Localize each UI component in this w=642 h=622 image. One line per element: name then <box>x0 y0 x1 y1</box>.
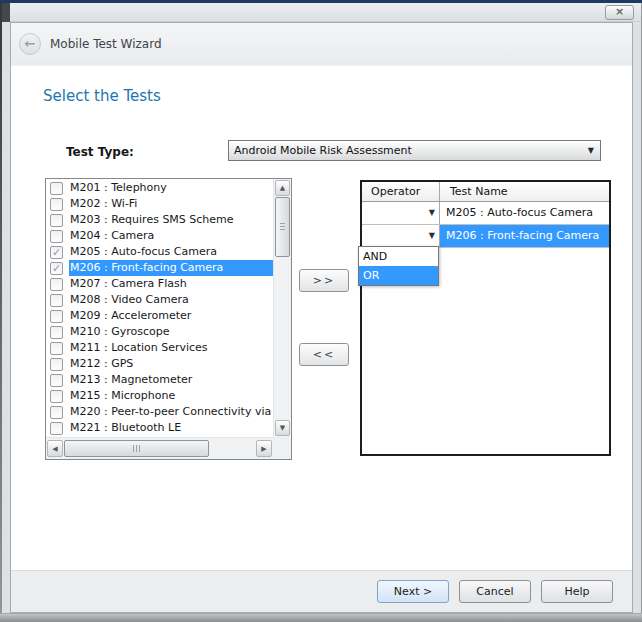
close-icon: × <box>615 5 624 18</box>
scroll-left-button[interactable]: ◀ <box>47 440 63 457</box>
checkbox-icon[interactable] <box>50 294 63 307</box>
scroll-right-button[interactable]: ▶ <box>256 440 272 457</box>
checkbox-checked-icon[interactable]: ✓ <box>50 262 63 275</box>
operator-option-and[interactable]: AND <box>359 247 438 266</box>
checkbox-icon[interactable] <box>50 390 63 403</box>
horizontal-scroll-thumb[interactable] <box>64 440 209 457</box>
window-titlebar: × <box>2 3 641 22</box>
operator-dropdown-cell[interactable]: ▼ <box>362 202 440 224</box>
back-button[interactable]: ← <box>19 33 41 55</box>
test-list-item[interactable]: M221 : Bluetooth LE <box>46 420 273 436</box>
page-title: Select the Tests <box>43 87 161 105</box>
available-tests-listbox: M201 : Telephony M202 : Wi-Fi M203 : Req… <box>45 178 292 460</box>
test-label: M211 : Location Services <box>69 340 273 356</box>
test-list-item[interactable]: M210 : Gyroscope <box>46 324 273 340</box>
operator-dropdown-cell[interactable]: ▼ <box>362 225 440 247</box>
test-label: M208 : Video Camera <box>69 292 273 308</box>
test-label: M201 : Telephony <box>69 180 273 196</box>
test-type-value: Android Mobile Risk Assessment <box>234 144 412 157</box>
test-list-item[interactable]: M204 : Camera <box>46 228 273 244</box>
checkbox-icon[interactable] <box>50 182 63 195</box>
checkbox-icon[interactable] <box>50 278 63 291</box>
operator-option-or[interactable]: OR <box>359 266 438 285</box>
scroll-up-icon: ▲ <box>280 184 285 192</box>
close-button[interactable]: × <box>605 5 634 20</box>
test-name-column-header: Test Name <box>440 182 609 201</box>
vertical-scroll-thumb[interactable] <box>275 197 290 257</box>
test-list-item[interactable]: M213 : Magnetometer <box>46 372 273 388</box>
scroll-left-icon: ◀ <box>52 445 57 453</box>
available-tests-items: M201 : Telephony M202 : Wi-Fi M203 : Req… <box>46 180 273 436</box>
checkbox-icon[interactable] <box>50 326 63 339</box>
test-label: M206 : Front-facing Camera <box>69 260 273 276</box>
wizard-title: Mobile Test Wizard <box>50 37 162 51</box>
table-row[interactable]: ▼ M205 : Auto-focus Camera <box>362 202 609 225</box>
test-list-item[interactable]: M209 : Accelerometer <box>46 308 273 324</box>
test-list-item[interactable]: M201 : Telephony <box>46 180 273 196</box>
chevron-down-icon: ▼ <box>429 202 435 223</box>
window-left-border <box>0 3 2 622</box>
dialog-footer: Next > Cancel Help <box>11 570 632 612</box>
test-label: M215 : Microphone <box>69 388 273 404</box>
checkbox-icon[interactable] <box>50 198 63 211</box>
test-list-item[interactable]: M212 : GPS <box>46 356 273 372</box>
help-button[interactable]: Help <box>541 580 613 603</box>
checkbox-icon[interactable] <box>50 406 63 419</box>
test-label: M207 : Camera Flash <box>69 276 273 292</box>
vertical-scrollbar[interactable]: ▲ ▼ <box>273 179 291 437</box>
test-list-item[interactable]: M203 : Requires SMS Scheme <box>46 212 273 228</box>
chevron-down-icon: ▼ <box>588 141 594 160</box>
table-row-selected[interactable]: ▼ M206 : Front-facing Camera <box>362 225 609 248</box>
checkbox-icon[interactable] <box>50 230 63 243</box>
horizontal-scrollbar[interactable]: ◀ ▶ <box>46 437 273 459</box>
test-list-item[interactable]: M220 : Peer-to-peer Connectivity via Blu… <box>46 404 273 420</box>
test-label: M204 : Camera <box>69 228 273 244</box>
back-arrow-icon: ← <box>25 36 36 51</box>
test-type-dropdown[interactable]: Android Mobile Risk Assessment ▼ <box>228 140 601 161</box>
operator-column-header: Operator <box>362 182 440 201</box>
chevron-down-icon: ▼ <box>429 225 435 246</box>
test-list-item[interactable]: M211 : Location Services <box>46 340 273 356</box>
scroll-down-icon: ▼ <box>280 424 285 432</box>
scroll-right-icon: ▶ <box>261 445 266 453</box>
test-label: M212 : GPS <box>69 356 273 372</box>
scrollbar-corner <box>273 437 291 459</box>
wizard-header: ← Mobile Test Wizard <box>11 23 632 66</box>
checkbox-icon[interactable] <box>50 374 63 387</box>
next-button[interactable]: Next > <box>377 580 449 603</box>
wizard-window: × ← Mobile Test Wizard Select the Tests … <box>0 0 642 622</box>
test-list-item[interactable]: ✓M205 : Auto-focus Camera <box>46 244 273 260</box>
test-label: M205 : Auto-focus Camera <box>69 244 273 260</box>
test-name-cell[interactable]: M206 : Front-facing Camera <box>440 225 609 247</box>
test-label: M213 : Magnetometer <box>69 372 273 388</box>
test-label: M220 : Peer-to-peer Connectivity via Blu… <box>69 404 273 420</box>
cancel-button[interactable]: Cancel <box>459 580 531 603</box>
checkbox-icon[interactable] <box>50 342 63 355</box>
checkbox-icon[interactable] <box>50 358 63 371</box>
window-bottom-border <box>0 613 642 622</box>
checkbox-icon[interactable] <box>50 422 63 435</box>
test-label: M210 : Gyroscope <box>69 324 273 340</box>
add-tests-button[interactable]: >> <box>299 269 349 292</box>
test-list-item[interactable]: M208 : Video Camera <box>46 292 273 308</box>
checkbox-icon[interactable] <box>50 310 63 323</box>
wizard-dialog: ← Mobile Test Wizard Select the Tests Te… <box>10 22 633 613</box>
test-list-item[interactable]: M202 : Wi-Fi <box>46 196 273 212</box>
test-list-item[interactable]: M215 : Microphone <box>46 388 273 404</box>
operator-dropdown-popup: AND OR <box>358 246 439 286</box>
checkbox-checked-icon[interactable]: ✓ <box>50 246 63 259</box>
test-list-item-selected[interactable]: ✓M206 : Front-facing Camera <box>46 260 273 276</box>
selected-tests-table: Operator Test Name ▼ M205 : Auto-focus C… <box>360 180 611 456</box>
test-type-label: Test Type: <box>66 145 134 159</box>
scroll-down-button[interactable]: ▼ <box>275 420 290 436</box>
test-list-item[interactable]: M207 : Camera Flash <box>46 276 273 292</box>
test-name-cell[interactable]: M205 : Auto-focus Camera <box>440 202 609 224</box>
scroll-up-button[interactable]: ▲ <box>275 180 290 196</box>
test-label: M203 : Requires SMS Scheme <box>69 212 273 228</box>
remove-tests-button[interactable]: << <box>299 343 349 366</box>
checkbox-icon[interactable] <box>50 214 63 227</box>
test-label: M221 : Bluetooth LE <box>69 420 273 436</box>
test-label: M209 : Accelerometer <box>69 308 273 324</box>
table-header-row: Operator Test Name <box>362 182 609 202</box>
test-label: M202 : Wi-Fi <box>69 196 273 212</box>
